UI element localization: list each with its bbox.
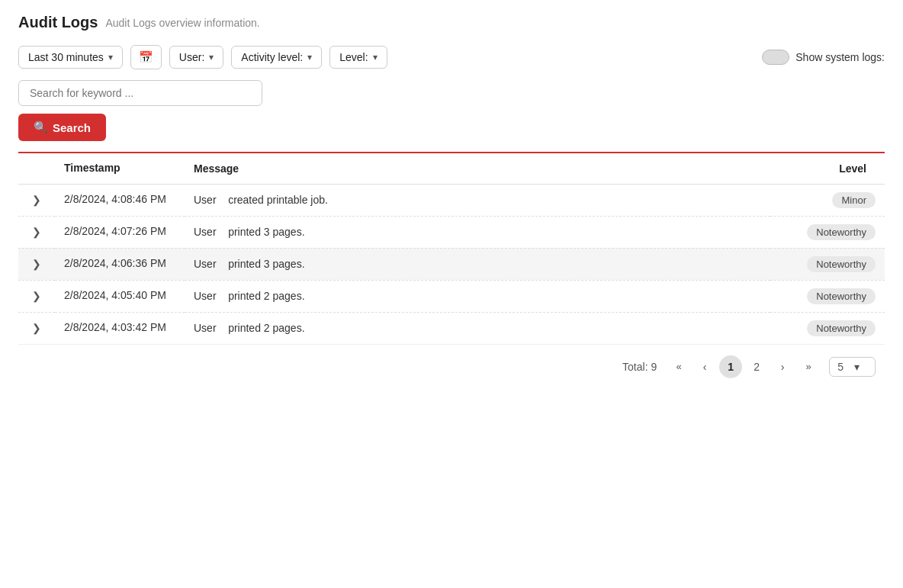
user-label: User xyxy=(194,194,217,206)
expand-row-button[interactable]: ❯ xyxy=(27,192,46,207)
level-cell: Noteworthy xyxy=(770,216,885,248)
message-cell: User printed 2 pages. xyxy=(185,312,770,344)
action-text: printed 3 pages. xyxy=(228,258,304,270)
total-count: Total: 9 xyxy=(622,361,657,373)
search-input[interactable] xyxy=(18,80,262,106)
table-row: ❯ 2/8/2024, 4:06:36 PM User printed 3 pa… xyxy=(18,248,885,280)
calendar-icon: 📅 xyxy=(139,50,153,63)
page-header: Audit Logs Audit Logs overview informati… xyxy=(18,14,885,31)
level-chevron-icon: ▾ xyxy=(373,52,378,63)
search-button[interactable]: 🔍 Search xyxy=(18,114,106,141)
level-cell: Noteworthy xyxy=(770,248,885,280)
level-cell: Noteworthy xyxy=(770,312,885,344)
filters-row: Last 30 minutes ▾ 📅 User: ▾ Activity lev… xyxy=(18,45,885,69)
time-range-label: Last 30 minutes xyxy=(28,51,104,63)
message-cell: User printed 3 pages. xyxy=(185,248,770,280)
timestamp-cell: 2/8/2024, 4:03:42 PM xyxy=(55,312,185,344)
level-badge: Minor xyxy=(832,192,876,208)
search-icon: 🔍 xyxy=(34,120,48,134)
level-cell: Minor xyxy=(770,184,885,216)
expand-row-button[interactable]: ❯ xyxy=(27,288,46,304)
col-timestamp-header: Timestamp xyxy=(55,153,185,184)
level-badge: Noteworthy xyxy=(807,320,876,336)
timestamp-cell: 2/8/2024, 4:07:26 PM xyxy=(55,216,185,248)
user-label: User xyxy=(194,322,217,334)
message-cell: User printed 2 pages. xyxy=(185,280,770,312)
user-dropdown[interactable]: User: ▾ xyxy=(169,46,223,69)
expand-row-button[interactable]: ❯ xyxy=(27,320,46,336)
level-badge: Noteworthy xyxy=(807,256,876,272)
log-table: Timestamp Message Level ❯ 2/8/2024, 4:08… xyxy=(18,153,885,344)
next-page-button[interactable]: › xyxy=(771,355,794,378)
page-title: Audit Logs xyxy=(18,14,98,31)
search-button-label: Search xyxy=(53,121,91,134)
action-text: printed 3 pages. xyxy=(228,226,304,238)
user-chevron-icon: ▾ xyxy=(209,52,214,63)
col-expand-header xyxy=(18,153,55,184)
page-2-button[interactable]: 2 xyxy=(745,355,768,378)
page-subtitle: Audit Logs overview information. xyxy=(105,17,259,29)
activity-level-chevron-icon: ▾ xyxy=(307,52,312,63)
search-area: 🔍 Search xyxy=(18,80,885,141)
level-cell: Noteworthy xyxy=(770,280,885,312)
pagination-row: Total: 9 « ‹ 1 2 › » 5 ▾ xyxy=(18,344,885,389)
user-label: User xyxy=(194,290,217,302)
show-system-logs-label: Show system logs: xyxy=(795,51,885,63)
user-label: User xyxy=(194,258,217,270)
level-dropdown[interactable]: Level: ▾ xyxy=(329,46,387,69)
table-header-row: Timestamp Message Level xyxy=(18,153,885,184)
user-label: User xyxy=(194,226,217,238)
show-system-logs-toggle[interactable] xyxy=(762,50,789,65)
col-message-header: Message xyxy=(185,153,770,184)
prev-page-button[interactable]: ‹ xyxy=(693,355,716,378)
show-system-logs-group: Show system logs: xyxy=(762,50,885,65)
action-text: printed 2 pages. xyxy=(228,290,304,302)
level-badge: Noteworthy xyxy=(807,288,876,304)
last-page-button[interactable]: » xyxy=(797,355,820,378)
time-range-dropdown[interactable]: Last 30 minutes ▾ xyxy=(18,46,123,69)
table-row: ❯ 2/8/2024, 4:08:46 PM User created prin… xyxy=(18,184,885,216)
activity-level-label: Activity level: xyxy=(241,51,303,63)
activity-level-dropdown[interactable]: Activity level: ▾ xyxy=(231,46,322,69)
time-range-chevron-icon: ▾ xyxy=(108,52,113,63)
message-cell: User printed 3 pages. xyxy=(185,216,770,248)
action-text: printed 2 pages. xyxy=(228,322,304,334)
action-text: created printable job. xyxy=(228,194,328,206)
first-page-button[interactable]: « xyxy=(667,355,690,378)
expand-row-button[interactable]: ❯ xyxy=(27,256,46,272)
per-page-dropdown[interactable]: 5 ▾ xyxy=(829,357,876,377)
table-row: ❯ 2/8/2024, 4:07:26 PM User printed 3 pa… xyxy=(18,216,885,248)
per-page-value: 5 xyxy=(837,361,844,373)
table-row: ❯ 2/8/2024, 4:03:42 PM User printed 2 pa… xyxy=(18,312,885,344)
expand-row-button[interactable]: ❯ xyxy=(27,224,46,239)
table-row: ❯ 2/8/2024, 4:05:40 PM User printed 2 pa… xyxy=(18,280,885,312)
timestamp-cell: 2/8/2024, 4:08:46 PM xyxy=(55,184,185,216)
calendar-button[interactable]: 📅 xyxy=(130,45,162,69)
message-cell: User created printable job. xyxy=(185,184,770,216)
page-container: Audit Logs Audit Logs overview informati… xyxy=(0,0,903,403)
col-level-header: Level xyxy=(770,153,885,184)
timestamp-cell: 2/8/2024, 4:05:40 PM xyxy=(55,280,185,312)
page-1-button[interactable]: 1 xyxy=(719,355,742,378)
level-label: Level: xyxy=(339,51,368,63)
timestamp-cell: 2/8/2024, 4:06:36 PM xyxy=(55,248,185,280)
user-label: User: xyxy=(179,51,204,63)
per-page-chevron-icon: ▾ xyxy=(854,361,860,373)
level-badge: Noteworthy xyxy=(807,224,876,240)
